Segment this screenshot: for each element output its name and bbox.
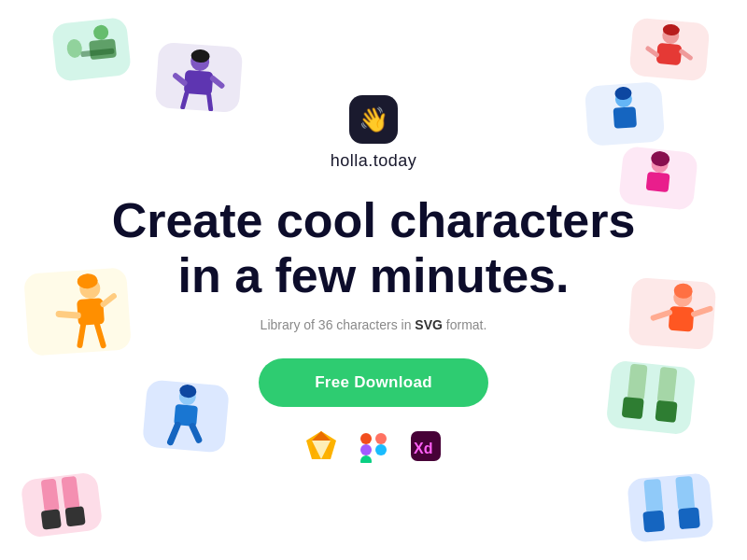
svg-point-3 — [66, 38, 83, 59]
char-card-5 — [618, 146, 698, 211]
xd-icon: Xd — [407, 427, 444, 465]
svg-rect-42 — [643, 479, 663, 513]
svg-rect-40 — [622, 397, 644, 419]
char-card-3 — [628, 18, 710, 82]
svg-rect-37 — [64, 506, 85, 526]
char-card-8 — [21, 471, 104, 539]
svg-line-32 — [191, 427, 200, 441]
svg-rect-36 — [41, 509, 62, 529]
svg-line-49 — [694, 308, 710, 315]
char-card-4 — [585, 81, 665, 147]
headline: Create cool characters in a few minutes. — [112, 193, 636, 301]
svg-rect-44 — [642, 511, 665, 533]
svg-rect-24 — [77, 298, 105, 326]
char-card-7 — [142, 379, 230, 453]
char-card-1 — [51, 17, 132, 82]
svg-rect-34 — [41, 479, 60, 513]
char-card-2 — [155, 42, 244, 113]
svg-line-31 — [171, 425, 178, 442]
svg-rect-45 — [678, 507, 700, 529]
subtitle-emphasis: SVG — [415, 317, 443, 332]
subtitle-suffix: format. — [443, 317, 486, 332]
char-card-10 — [627, 472, 714, 542]
char-card-9 — [605, 359, 696, 435]
subtitle-prefix: Library of 36 characters in — [261, 317, 416, 332]
svg-rect-56 — [360, 433, 372, 444]
svg-point-60 — [375, 444, 387, 455]
sketch-icon — [303, 427, 340, 465]
headline-line1: Create cool characters — [112, 193, 636, 247]
svg-line-8 — [183, 93, 187, 107]
logo-wave-emoji: 👋 — [359, 105, 388, 134]
svg-rect-35 — [61, 476, 79, 511]
svg-line-50 — [654, 312, 669, 319]
free-download-button[interactable]: Free Download — [259, 358, 488, 407]
svg-rect-5 — [184, 70, 214, 95]
headline-line2: in a few minutes. — [178, 248, 570, 302]
svg-rect-38 — [627, 364, 648, 401]
svg-rect-57 — [375, 433, 387, 444]
svg-text:Xd: Xd — [414, 441, 432, 456]
svg-rect-41 — [655, 400, 677, 423]
svg-line-6 — [176, 76, 185, 83]
svg-line-7 — [212, 78, 221, 86]
svg-rect-58 — [360, 444, 372, 455]
logo-text: holla.today — [331, 151, 417, 171]
page-container: 👋 holla.today Create cool characters in … — [0, 0, 747, 560]
svg-line-15 — [681, 51, 690, 58]
svg-line-14 — [647, 49, 656, 55]
svg-line-28 — [97, 324, 104, 345]
svg-rect-43 — [675, 476, 695, 511]
svg-rect-17 — [613, 106, 637, 129]
svg-rect-12 — [656, 43, 683, 65]
char-card-6 — [23, 267, 132, 356]
svg-line-27 — [78, 326, 84, 345]
logo-icon: 👋 — [349, 95, 398, 144]
svg-rect-20 — [646, 172, 670, 192]
svg-line-25 — [59, 313, 78, 316]
char-card-11 — [628, 277, 717, 350]
svg-point-0 — [92, 24, 109, 41]
logo-area: 👋 holla.today — [331, 95, 417, 171]
svg-line-26 — [103, 296, 115, 304]
subtitle: Library of 36 characters in SVG format. — [261, 317, 487, 332]
figma-icon — [355, 427, 392, 465]
svg-rect-48 — [669, 306, 695, 332]
svg-rect-59 — [360, 455, 372, 463]
svg-line-9 — [208, 95, 212, 109]
tools-row: Xd — [303, 427, 444, 465]
svg-rect-39 — [657, 367, 678, 404]
